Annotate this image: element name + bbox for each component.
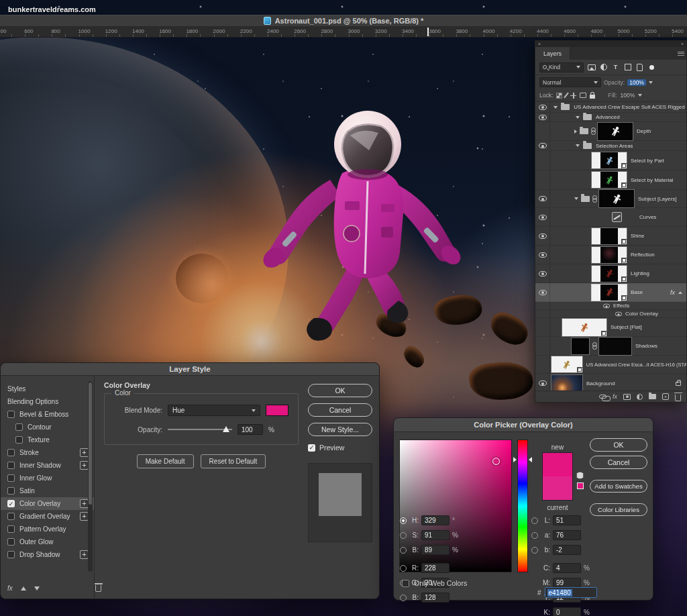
checkbox[interactable] — [7, 551, 15, 558]
filter-adjustment-layers-icon[interactable] — [600, 64, 607, 70]
gamut-swatch[interactable] — [577, 482, 584, 489]
layer-row[interactable]: Depth — [535, 122, 686, 141]
panel-collapse-icon[interactable]: » — [681, 42, 684, 46]
layer-row[interactable]: Selection Areas — [535, 141, 686, 151]
layer-row-selected[interactable]: Base fx — [535, 283, 686, 302]
fx-icon[interactable]: fx — [7, 584, 13, 592]
layer-row[interactable]: Select by Material — [535, 170, 686, 190]
visibility-toggle[interactable] — [535, 318, 550, 336]
visibility-toggle[interactable] — [535, 246, 550, 264]
ok-button[interactable]: OK — [308, 384, 372, 397]
tab-layers[interactable]: Layers — [535, 47, 570, 60]
h-input[interactable]: 329 — [421, 515, 450, 525]
add-to-swatches-button[interactable]: Add to Swatches — [590, 480, 647, 493]
layer-thumbnail[interactable] — [598, 123, 633, 140]
layer-row[interactable]: Subject [Flat] — [535, 318, 686, 337]
add-mask-icon[interactable] — [623, 394, 631, 400]
filter-type-layers-icon[interactable]: T — [611, 63, 620, 72]
hue-slider-arrow-left[interactable] — [513, 457, 517, 462]
layer-row[interactable]: Shadows — [535, 337, 686, 356]
visibility-toggle[interactable] — [535, 283, 550, 301]
a-input[interactable]: 76 — [553, 530, 581, 540]
visibility-toggle[interactable] — [535, 151, 550, 170]
eye-icon[interactable] — [603, 303, 610, 307]
visibility-toggle[interactable] — [535, 356, 550, 373]
layer-thumbnail[interactable] — [592, 266, 627, 282]
s-input[interactable]: 91 — [421, 530, 450, 540]
c-input[interactable]: 4 — [553, 563, 581, 573]
lock-position-icon[interactable] — [570, 93, 576, 99]
cancel-button[interactable]: Cancel — [590, 456, 647, 469]
visibility-toggle[interactable] — [535, 374, 550, 391]
layer-row[interactable]: Background — [535, 374, 686, 391]
scrollbar[interactable] — [88, 381, 93, 572]
group-expand-icon[interactable] — [576, 144, 580, 147]
layer-thumbnail[interactable] — [592, 228, 627, 244]
checkbox[interactable] — [7, 525, 15, 533]
radio-h[interactable] — [400, 517, 407, 524]
layer-thumbnail[interactable] — [592, 247, 627, 263]
checkbox[interactable] — [15, 423, 23, 431]
visibility-toggle[interactable] — [535, 170, 550, 189]
preview-checkbox[interactable]: ✓ — [308, 444, 315, 452]
current-color-swatch[interactable] — [543, 476, 572, 500]
styles-list-item[interactable]: Gradient Overlay+ — [1, 510, 94, 523]
visibility-toggle[interactable] — [535, 208, 550, 226]
b2-input[interactable]: 128 — [421, 593, 450, 603]
checkbox[interactable] — [7, 513, 15, 520]
group-expand-icon[interactable] — [553, 106, 558, 109]
opacity-slider[interactable] — [168, 429, 232, 430]
styles-list-item[interactable]: Inner Shadow+ — [1, 459, 94, 472]
styles-list-item[interactable]: Pattern Overlay — [1, 523, 94, 535]
layer-row[interactable]: Reflection — [535, 246, 686, 264]
effect-color-overlay-row[interactable]: Color Overlay — [535, 310, 686, 318]
visibility-toggle[interactable] — [535, 302, 550, 309]
chevron-down-icon[interactable] — [649, 81, 653, 84]
opacity-value-input[interactable]: 100 — [237, 424, 263, 435]
styles-list-item[interactable]: Blending Options — [1, 395, 94, 408]
checkbox[interactable] — [7, 462, 15, 469]
blend-mode-dropdown[interactable]: Hue — [168, 405, 260, 416]
layer-thumbnail[interactable] — [592, 152, 627, 168]
move-style-down-icon[interactable] — [34, 586, 40, 591]
new-group-icon[interactable] — [649, 394, 656, 399]
hue-slider-arrow-right[interactable] — [529, 457, 532, 462]
visibility-toggle[interactable] — [535, 337, 550, 355]
filter-kind-dropdown[interactable]: Kind — [539, 62, 584, 72]
styles-list-item[interactable]: Stroke+ — [1, 446, 94, 459]
hue-slider[interactable] — [518, 440, 527, 572]
checkbox[interactable] — [7, 474, 15, 482]
radio-b2[interactable] — [400, 595, 407, 601]
make-default-button[interactable]: Make Default — [137, 454, 194, 468]
styles-list-item[interactable]: Contour — [1, 421, 94, 433]
group-expand-icon[interactable] — [574, 197, 578, 200]
radio-s[interactable] — [400, 532, 407, 539]
color-libraries-button[interactable]: Color Libraries — [590, 503, 647, 516]
layer-row[interactable]: Lighting — [535, 264, 686, 283]
slider-thumb[interactable] — [223, 426, 229, 432]
radio-a[interactable] — [531, 532, 538, 539]
layer-row[interactable]: US Advanced Crew Escape Suit ACES Rigged… — [535, 102, 686, 113]
hex-input[interactable]: e41480 — [545, 587, 597, 598]
visibility-toggle[interactable] — [535, 190, 550, 207]
radio-b[interactable] — [400, 547, 407, 554]
visibility-toggle[interactable] — [535, 310, 550, 317]
lab-b-input[interactable]: -2 — [553, 545, 581, 555]
color-cursor[interactable] — [492, 458, 500, 465]
b-input[interactable]: 89 — [421, 545, 450, 555]
layer-row[interactable]: Subject [Layers] — [535, 190, 686, 208]
new-style-button[interactable]: New Style... — [308, 423, 372, 436]
layer-thumbnail[interactable] — [592, 172, 627, 188]
overlay-color-swatch[interactable] — [266, 405, 288, 416]
adjustment-layer-icon[interactable] — [637, 394, 643, 400]
layer-thumbnail[interactable] — [572, 338, 589, 354]
styles-list-item[interactable]: Bevel & Emboss — [1, 408, 94, 421]
dialog-title[interactable]: Color Picker (Overlay Color) — [394, 418, 653, 432]
m-input[interactable]: 99 — [553, 578, 581, 588]
layer-effects-icon[interactable]: fx — [613, 393, 617, 400]
l-input[interactable]: 51 — [553, 515, 581, 525]
layer-thumbnail[interactable] — [551, 375, 582, 391]
radio-lab-b[interactable] — [531, 547, 538, 554]
blend-mode-dropdown[interactable]: Normal — [539, 77, 601, 87]
filter-pixel-layers-icon[interactable] — [588, 64, 596, 70]
